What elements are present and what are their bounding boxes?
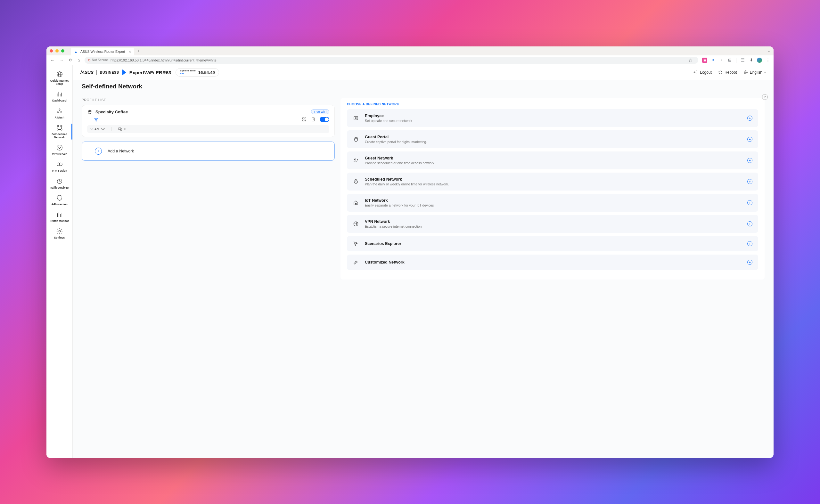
- sidebar-item-settings[interactable]: Settings: [46, 225, 72, 242]
- network-option-vpn[interactable]: VPN Network Establish a secure internet …: [347, 215, 758, 233]
- analyzer-icon: [56, 178, 63, 185]
- tab-title: ASUS Wireless Router Expert: [80, 50, 125, 53]
- logout-icon: [694, 70, 698, 75]
- svg-point-15: [96, 121, 96, 121]
- profile-avatar[interactable]: [757, 58, 762, 63]
- network-option-guest-network[interactable]: Guest Network Provide scheduled or one t…: [347, 151, 758, 169]
- svg-point-4: [61, 111, 62, 113]
- extension-icon[interactable]: ▣: [702, 58, 707, 63]
- sidebar-label: Self-defined Network: [48, 133, 71, 139]
- extension-icon-2[interactable]: ✦: [710, 58, 716, 63]
- option-title: Guest Network: [365, 156, 435, 160]
- maximize-window-button[interactable]: [61, 49, 64, 53]
- reload-button[interactable]: ⟳: [68, 58, 73, 62]
- svg-point-8: [61, 129, 62, 130]
- sidebar-item-traffic-analyzer[interactable]: Traffic Analyzer: [46, 175, 72, 192]
- svg-point-5: [57, 125, 59, 127]
- sidebar-item-vpn-fusion[interactable]: VPN Fusion: [46, 158, 72, 175]
- security-badge[interactable]: Not Secure: [88, 58, 108, 62]
- page-body: Self-defined Network PROFILE LIST Specia…: [73, 80, 774, 458]
- priority-icon[interactable]: [311, 117, 316, 122]
- home-button[interactable]: ⌂: [77, 58, 81, 62]
- svg-point-13: [59, 230, 61, 232]
- bookmark-star-icon[interactable]: ☆: [688, 58, 693, 63]
- page-title: Self-defined Network: [82, 83, 142, 90]
- minimize-window-button[interactable]: [55, 49, 59, 53]
- help-icon[interactable]: ?: [762, 94, 768, 100]
- sidebar-item-traffic-monitor[interactable]: Traffic Monitor: [46, 208, 72, 225]
- sidebar-item-aimesh[interactable]: AiMesh: [46, 105, 72, 122]
- add-icon[interactable]: +: [747, 200, 752, 205]
- sidebar-item-dashboard[interactable]: Dashboard: [46, 88, 72, 105]
- brand: /ASUS | BUSINESS: [80, 69, 119, 75]
- add-icon[interactable]: +: [747, 158, 752, 163]
- system-time: System Time Sat 16:54:49: [175, 68, 219, 77]
- profile-details: VLAN 52 0: [87, 125, 329, 133]
- sidebar-item-quick-setup[interactable]: Quick Internet Setup: [46, 68, 72, 88]
- add-icon[interactable]: +: [747, 260, 752, 265]
- reboot-button[interactable]: Reboot: [718, 70, 737, 75]
- divider: [82, 92, 765, 92]
- enable-toggle[interactable]: [320, 117, 329, 122]
- svg-point-2: [59, 109, 60, 110]
- profile-card[interactable]: Specialty Coffee Free WiFi: [82, 105, 335, 137]
- divider: [736, 58, 736, 63]
- download-icon[interactable]: ⬇: [749, 58, 754, 63]
- network-option-iot[interactable]: IoT Network Easily separate a network fo…: [347, 194, 758, 212]
- vpn-fusion-icon: [56, 161, 63, 168]
- network-option-scheduled[interactable]: Scheduled Network Plan the daily or week…: [347, 173, 758, 191]
- tab-overflow-button[interactable]: ⌄: [767, 49, 770, 53]
- logout-button[interactable]: Logout: [694, 70, 712, 75]
- svg-rect-16: [303, 118, 304, 119]
- shield-icon: [56, 194, 63, 201]
- wrench-icon: [353, 259, 359, 265]
- device-count: 0: [124, 127, 126, 131]
- network-option-employee[interactable]: Employee Set up safe and secure network …: [347, 109, 758, 127]
- address-bar[interactable]: Not Secure https://192.168.50.1:8443/ind…: [85, 57, 698, 64]
- add-icon[interactable]: +: [747, 221, 752, 226]
- hand-icon: [353, 136, 359, 142]
- network-option-guest-portal[interactable]: Guest Portal Create captive portal for d…: [347, 130, 758, 148]
- network-option-scenarios[interactable]: Scenarios Explorer +: [347, 236, 758, 251]
- add-network-button[interactable]: + Add a Network: [82, 142, 335, 161]
- svg-rect-18: [303, 120, 304, 121]
- brand-sub: BUSINESS: [100, 70, 119, 74]
- tab-favicon: ▲: [74, 50, 78, 53]
- device-name: ExpertWiFi EBR63: [129, 70, 171, 75]
- reboot-icon: [718, 70, 723, 75]
- sidebar-item-vpn-server[interactable]: VPN Server: [46, 142, 72, 158]
- plus-icon: +: [95, 148, 102, 155]
- browser-window: ▲ ASUS Wireless Router Expert × + ⌄ ← → …: [46, 46, 774, 458]
- free-wifi-badge: Free WiFi: [311, 110, 329, 114]
- add-icon[interactable]: +: [747, 179, 752, 184]
- globe-icon: [743, 70, 748, 75]
- main-content: /ASUS | BUSINESS ExpertWiFi EBR63 System…: [73, 65, 774, 458]
- network-option-custom[interactable]: Customized Network +: [347, 255, 758, 270]
- forward-button[interactable]: →: [59, 58, 64, 62]
- qr-icon[interactable]: [302, 117, 307, 122]
- hand-icon: [87, 109, 92, 114]
- tab-close-button[interactable]: ×: [129, 50, 131, 53]
- devices-icon: [118, 127, 122, 131]
- back-button[interactable]: ←: [50, 58, 55, 62]
- add-icon[interactable]: +: [747, 116, 752, 121]
- translate-icon[interactable]: ☰: [740, 58, 745, 63]
- sidebar-label: Settings: [54, 236, 65, 239]
- sidebar-label: AiMesh: [54, 116, 64, 119]
- new-tab-button[interactable]: +: [137, 48, 140, 53]
- language-selector[interactable]: English ▾: [743, 70, 766, 75]
- logout-label: Logout: [700, 70, 712, 75]
- vpn-icon: [56, 144, 63, 151]
- cast-icon[interactable]: ▫: [719, 58, 724, 63]
- add-icon[interactable]: +: [747, 137, 752, 142]
- sidebar-item-aiprotection[interactable]: AiProtection: [46, 192, 72, 208]
- browser-tab[interactable]: ▲ ASUS Wireless Router Expert ×: [71, 48, 134, 55]
- browser-tab-bar: ▲ ASUS Wireless Router Expert × + ⌄: [46, 46, 774, 55]
- close-window-button[interactable]: [50, 49, 53, 53]
- add-icon[interactable]: +: [747, 241, 752, 246]
- sidebar-item-self-defined-network[interactable]: Self-defined Network: [46, 122, 72, 142]
- browser-toolbar: ← → ⟳ ⌂ Not Secure https://192.168.50.1:…: [46, 55, 774, 65]
- menu-button[interactable]: ⋮: [765, 58, 770, 63]
- puzzle-icon[interactable]: ⊞: [727, 58, 732, 63]
- option-desc: Easily separate a network for your IoT d…: [365, 203, 434, 207]
